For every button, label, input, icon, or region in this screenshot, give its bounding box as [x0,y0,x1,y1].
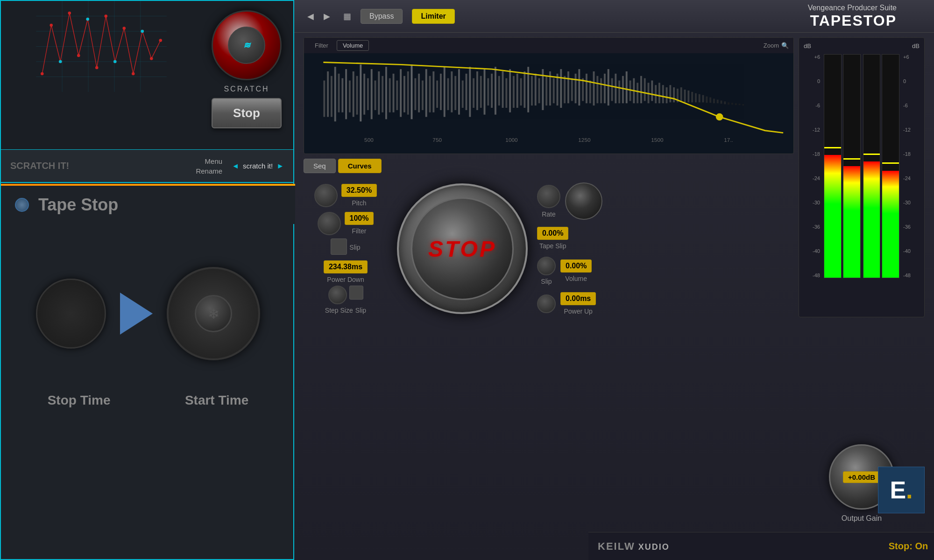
rate-label: Rate [542,210,556,218]
curves-button[interactable]: Curves [338,159,382,173]
svg-rect-140 [709,98,711,103]
scratch-section: ≋ SCRATCH Stop SCRATCH IT! Menu Rename ◄… [1,1,293,183]
power-down-value: 234.38ms [324,260,368,273]
svg-rect-121 [640,76,642,104]
scratch-knob[interactable]: ≋ [212,10,282,80]
big-stop-text: STOP [428,236,496,262]
svg-rect-85 [509,69,511,112]
vu-rscale-0: 0 [903,78,920,84]
svg-rect-58 [411,64,413,119]
svg-rect-44 [360,64,361,121]
seq-button[interactable]: Seq [304,159,336,173]
menu-grid-icon[interactable]: ▦ [343,11,351,21]
svg-rect-137 [699,94,700,103]
filter-knob[interactable] [318,212,341,235]
scratch-knob-symbol: ≋ [243,40,250,50]
vu-meters: dB dB +6 0 -6 -12 -18 -24 -30 -36 -40 -4… [799,37,925,317]
zoom-icon[interactable]: 🔍 [781,42,789,49]
svg-rect-129 [669,85,671,102]
svg-rect-143 [721,100,722,104]
vu-rscale-m12: -12 [903,127,920,133]
svg-rect-37 [334,67,336,121]
svg-rect-60 [418,74,420,112]
svg-text:1250: 1250 [578,137,591,143]
slip-value: 0.00% [560,259,592,273]
tape-stop-header: Tape Stop [1,186,295,224]
svg-rect-95 [545,76,547,105]
turntable-center: ❄ [195,295,232,332]
svg-rect-105 [582,78,584,101]
big-stop-button[interactable]: STOP [397,183,528,314]
svg-rect-73 [466,74,467,110]
vu-bar-fill-left-1 [824,155,841,278]
svg-rect-117 [626,71,628,103]
vu-rscale-m30: -30 [903,200,920,205]
volume-tab[interactable]: Volume [337,40,369,51]
svg-rect-114 [615,74,616,103]
xudio-text: XUDIO [635,542,670,552]
step-size-knob[interactable] [328,286,347,304]
zoom-label: Zoom [764,42,779,49]
svg-rect-89 [524,71,525,108]
svg-rect-48 [375,81,376,110]
slip-knob[interactable] [537,257,556,275]
rate-knob[interactable] [565,182,602,220]
svg-rect-66 [440,74,442,110]
bypass-button[interactable]: Bypass [361,9,403,24]
svg-rect-75 [473,78,474,108]
svg-rect-57 [407,71,409,115]
vu-bar-peak-left-1 [824,147,841,148]
rename-next-arrow[interactable]: ► [276,162,284,170]
vu-scale-m6: -6 [804,103,820,108]
rename-label[interactable]: Rename [196,166,222,176]
svg-rect-100 [564,76,566,104]
svg-rect-72 [462,81,464,108]
svg-rect-70 [454,76,456,110]
svg-rect-139 [706,97,708,103]
menu-label[interactable]: Menu [205,156,223,166]
svg-rect-41 [349,81,351,112]
power-up-knob[interactable] [537,294,556,313]
menu-rename-area: Menu Rename [196,156,222,176]
filter-slip-toggle[interactable] [331,238,347,255]
svg-rect-38 [338,74,340,112]
svg-rect-92 [535,74,537,105]
nav-next-arrow[interactable]: ▶ [320,9,334,23]
svg-rect-126 [658,83,660,103]
rename-text: scratch it! [243,162,273,170]
svg-rect-69 [451,71,453,112]
transport-section: ❄ [1,262,295,365]
tape-stop-section: Tape Stop [1,186,295,224]
nav-prev-arrow[interactable]: ◀ [304,9,318,23]
svg-rect-59 [414,78,416,110]
svg-rect-104 [578,69,580,105]
svg-rect-106 [586,74,587,103]
limiter-button[interactable]: Limiter [412,9,454,24]
svg-rect-88 [520,78,522,106]
filter-tab[interactable]: Filter [309,40,334,51]
vu-rscale-m18: -18 [903,151,920,157]
filter-label: Filter [345,227,374,235]
svg-point-21 [150,57,153,60]
svg-rect-101 [567,71,569,103]
svg-point-150 [716,113,723,121]
play-button[interactable] [120,293,153,335]
svg-rect-122 [644,78,646,101]
svg-rect-108 [593,71,595,105]
vu-bar-peak-right-1 [863,154,880,155]
svg-text:1500: 1500 [651,137,664,143]
power-down-slip-toggle[interactable] [349,286,363,300]
svg-rect-80 [491,74,493,108]
svg-rect-34 [323,81,325,117]
scratch-stop-button[interactable]: Stop [212,98,282,128]
vu-left-db: dB [804,42,811,49]
pitch-knob[interactable] [314,184,338,207]
svg-rect-136 [695,93,697,103]
rename-prev-arrow[interactable]: ◄ [232,162,239,170]
svg-rect-97 [553,78,555,104]
left-panel: ≋ SCRATCH Stop SCRATCH IT! Menu Rename ◄… [0,0,294,560]
e-logo-text: E. [890,476,913,504]
svg-rect-141 [713,99,715,104]
svg-point-18 [123,27,126,30]
rate-small-knob[interactable] [537,185,560,208]
